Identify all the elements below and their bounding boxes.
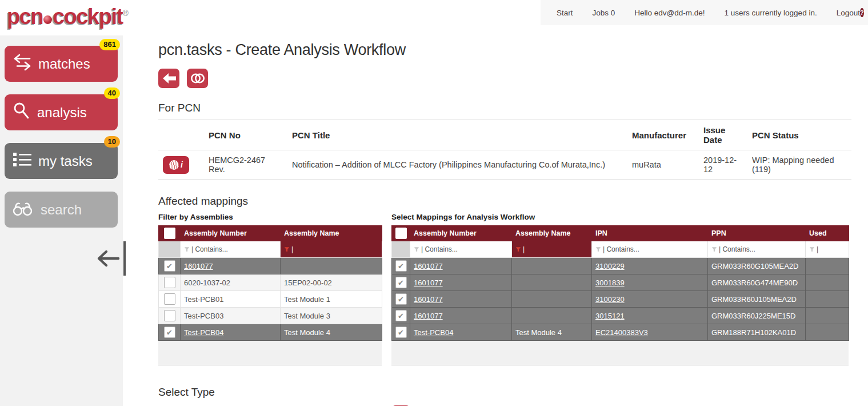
row-checkbox[interactable]: ✔ — [395, 277, 407, 288]
funnel-icon — [809, 246, 815, 252]
assemblies-filter-row: | Contains... | — [159, 241, 382, 258]
assembly-name-cell: Test Module 4 — [281, 324, 382, 341]
assembly-name-cell — [512, 308, 592, 324]
col-icon — [158, 120, 204, 150]
sidebar-item-search[interactable]: search — [5, 192, 118, 228]
back-button[interactable] — [158, 69, 179, 88]
ipn-link[interactable]: 3100230 — [595, 295, 625, 304]
collapse-arrow-icon — [95, 247, 120, 270]
mappings-table: Assembly Number Assembly Name IPN PPN Us… — [391, 225, 849, 341]
funnel-icon-active — [284, 246, 290, 252]
ipn-filter-input[interactable]: | Contains... — [592, 241, 708, 258]
assembly-number-link[interactable]: 1601077 — [414, 312, 443, 320]
assembly-number-link[interactable]: 1601077 — [414, 262, 443, 270]
app-logo[interactable]: pcncockpit® — [7, 5, 127, 29]
row-checkbox[interactable]: ✔ — [164, 260, 175, 272]
row-checkbox[interactable] — [164, 293, 175, 305]
table-row[interactable]: ✔ Test-PCB04 Test Module 4 — [159, 324, 382, 341]
assembly-number-link[interactable]: Test-PCB04 — [414, 328, 453, 337]
ppn-cell: GRM033R60G474ME90D — [708, 274, 806, 291]
select-mappings-label: Select Mappings for Analysis Workflow — [391, 213, 849, 221]
assembly-name-cell — [512, 258, 592, 274]
assembly-name-filter-input[interactable]: | — [281, 241, 382, 258]
sidebar-item-label: analysis — [37, 105, 87, 121]
select-all-checkbox[interactable] — [395, 228, 407, 239]
used-filter-input[interactable]: | — [806, 241, 849, 258]
funnel-icon — [595, 246, 601, 252]
rings-icon — [189, 71, 206, 86]
assembly-number-link[interactable]: 1601077 — [184, 262, 213, 270]
ipn-link[interactable]: EC21400383V3 — [595, 328, 648, 337]
nav-users-logged-in: 1 users currently logged in. — [725, 9, 817, 17]
ipn-link[interactable]: 3001839 — [595, 278, 625, 287]
used-cell — [806, 324, 849, 341]
assembly-number-link[interactable]: Test-PCB04 — [184, 328, 223, 337]
col-used: Used — [806, 226, 849, 241]
table-row[interactable]: 6020-1037-02 15EP02-00-02 — [159, 274, 382, 291]
col-issue-date: Issue Date — [699, 120, 747, 150]
table-row[interactable]: ✔ 1601077 3001839 GRM033R60G474ME90D — [392, 274, 849, 291]
row-checkbox[interactable]: ✔ — [164, 327, 175, 338]
sidebar-item-my-tasks[interactable]: my tasks 10 — [5, 143, 118, 179]
mappings-filter-row: | Contains... | | Contains... | Contains… — [392, 241, 849, 258]
funnel-icon — [711, 246, 717, 252]
toolbar — [158, 69, 851, 88]
table-row[interactable]: Test-PCB03 Test Module 3 — [159, 308, 382, 324]
select-all-checkbox[interactable] — [164, 228, 175, 239]
row-checkbox[interactable]: ✔ — [395, 310, 407, 321]
assembly-name-cell: Test Module 4 — [512, 324, 592, 341]
assemblies-table-footer — [158, 341, 382, 365]
table-row[interactable]: ✔ 1601077 3100230 GRM033R60J105MEA2D — [392, 291, 849, 308]
sidebar-item-label: search — [41, 202, 82, 218]
pcn-no-value: HEMCG2-2467 Rev. — [204, 150, 287, 180]
for-pcn-header-row: PCN No PCN Title Manufacturer Issue Date… — [158, 120, 851, 150]
ipn-link[interactable]: 3100229 — [595, 262, 625, 270]
assembly-number-link[interactable]: 1601077 — [414, 295, 443, 304]
row-checkbox[interactable]: ✔ — [395, 260, 407, 272]
for-pcn-heading: For PCN — [158, 102, 851, 114]
col-assembly-name: Assembly Name — [281, 226, 382, 241]
used-cell — [806, 274, 849, 291]
sidebar-item-label: matches — [38, 56, 90, 72]
assembly-name-cell — [281, 258, 382, 274]
mapping-rings-button[interactable] — [187, 69, 208, 88]
sidebar-item-analysis[interactable]: analysis 40 — [5, 94, 118, 130]
row-checkbox[interactable]: ✔ — [395, 327, 407, 338]
assemblies-table: Assembly Number Assembly Name | Contains… — [158, 225, 382, 341]
help-icon[interactable]: ? — [860, 8, 864, 17]
select-type-heading: Select Type — [158, 386, 851, 399]
assembly-number-link[interactable]: 1601077 — [414, 278, 443, 287]
ppn-filter-input[interactable]: | Contains... — [708, 241, 806, 258]
table-row[interactable]: ✔ 1601077 3015121 GRM033R60J225ME15D — [392, 308, 849, 324]
nav-hello-user[interactable]: Hello edv@dd-m.de! — [634, 9, 705, 17]
table-row[interactable]: ✔ 1601077 — [159, 258, 382, 274]
col-pcn-title: PCN Title — [287, 120, 627, 150]
sidebar-collapse-button[interactable] — [95, 241, 126, 276]
back-arrow-icon — [161, 71, 177, 86]
nav-jobs[interactable]: Jobs 0 — [593, 9, 615, 17]
row-checkbox[interactable] — [164, 277, 175, 288]
assembly-name-cell: 15EP02-00-02 — [281, 274, 382, 291]
select-mappings-block: Select Mappings for Analysis Workflow As… — [391, 213, 849, 365]
row-checkbox[interactable]: ✔ — [395, 293, 407, 305]
sidebar-item-matches[interactable]: matches 861 — [5, 46, 118, 82]
assembly-number-filter-input[interactable]: | Contains... — [181, 241, 281, 258]
smartpcn-info-mark: i — [181, 160, 183, 169]
ppn-cell: GRM188R71H102KA01D — [708, 324, 806, 341]
smartpcn-icon[interactable]: i — [163, 156, 189, 174]
nav-start[interactable]: Start — [557, 9, 573, 17]
my-tasks-badge: 10 — [104, 136, 120, 148]
logo-globe-icon — [43, 15, 52, 24]
used-cell — [806, 291, 849, 308]
table-row[interactable]: Test-PCB01 Test Module 1 — [159, 291, 382, 308]
row-checkbox[interactable] — [164, 310, 175, 321]
nav-logout[interactable]: Logout — [837, 9, 860, 17]
assembly-number-filter-input[interactable]: | Contains... — [410, 241, 512, 258]
for-pcn-row: i HEMCG2-2467 Rev. Notification – Additi… — [158, 150, 851, 180]
table-row[interactable]: ✔ 1601077 3100229 GRM033R60G105MEA2D — [392, 258, 849, 274]
ipn-link[interactable]: 3015121 — [595, 312, 625, 320]
table-row[interactable]: ✔ Test-PCB04 Test Module 4 EC21400383V3 … — [392, 324, 849, 341]
assembly-name-filter-input[interactable]: | — [512, 241, 592, 258]
ppn-cell: GRM033R60J225ME15D — [708, 308, 806, 324]
col-ppn: PPN — [708, 226, 806, 241]
